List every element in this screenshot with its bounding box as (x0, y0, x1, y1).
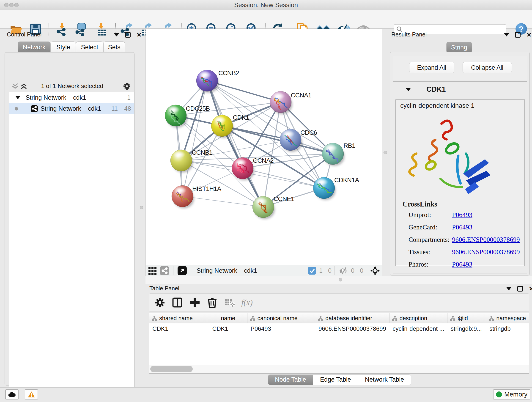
column-header-namespace[interactable]: namespace (486, 313, 529, 323)
show-columns-icon[interactable] (172, 297, 183, 308)
table-cell[interactable]: stringdb:9... (447, 323, 486, 333)
table-cell[interactable]: CDK1 (209, 323, 247, 333)
table-cell[interactable]: CDK1 (149, 323, 209, 333)
protein-structure-image (406, 114, 498, 204)
network-row[interactable]: String Network – cdk1 11 48 (9, 103, 134, 114)
crosslink-label: Uniprot: (409, 211, 452, 219)
table-settings-gear-icon[interactable] (154, 297, 166, 308)
cytoscape-window: Session: New Session ? Control Panel (0, 0, 532, 402)
control-panel-close-icon[interactable]: ✕ (137, 33, 142, 37)
crosslink-value-link[interactable]: P06493 (452, 211, 472, 219)
column-header--id[interactable]: @id (447, 313, 486, 323)
table-cell[interactable]: stringdb (486, 323, 529, 333)
tab-style[interactable]: Style (51, 41, 76, 53)
shared-column-icon (250, 316, 255, 321)
tab-select[interactable]: Select (76, 41, 103, 53)
network-collection-row[interactable]: String Network – cdk1 1 (9, 92, 134, 103)
table-panel-float-icon[interactable] (517, 286, 523, 292)
tab-sets[interactable]: Sets (103, 41, 125, 53)
results-panel-float-icon[interactable] (515, 32, 520, 38)
column-label: database identifier (325, 315, 372, 322)
control-panel-minimize-icon[interactable] (114, 33, 119, 36)
tab-edge-table[interactable]: Edge Table (313, 375, 358, 385)
edge-CCNA2-CDKN1A[interactable] (243, 168, 324, 188)
window-minimize-icon[interactable] (9, 3, 13, 7)
column-header-shared-name[interactable]: shared name (149, 313, 209, 323)
tab-node-table[interactable]: Node Table (268, 375, 313, 385)
birds-eye-view-icon[interactable] (177, 266, 187, 275)
node-CCNA2[interactable] (232, 157, 254, 180)
crosslink-label: Tissues: (409, 248, 452, 256)
window-zoom-icon[interactable] (14, 3, 19, 7)
scrollbar-thumb[interactable] (150, 366, 193, 372)
table-cell[interactable]: 9606.ENSP00000378699 (315, 323, 389, 333)
node-label-CCNB1: CCNB1 (192, 149, 212, 156)
table-cell[interactable]: cyclin-dependent ... (389, 323, 448, 333)
collapse-all-button[interactable]: Collapse All (462, 62, 512, 73)
results-panel: Results Panel ✕ String Expand All Collap… (389, 29, 532, 276)
warning-button[interactable] (25, 389, 38, 400)
delete-column-icon[interactable] (206, 297, 218, 308)
grid-view-icon[interactable] (148, 266, 157, 275)
column-header-database-identifier[interactable]: database identifier (315, 313, 389, 323)
node-CDKN1A[interactable] (313, 177, 336, 200)
horizontal-splitter[interactable] (146, 276, 532, 284)
column-header-canonical-name[interactable]: canonical name (247, 313, 316, 323)
selected-nodes-status: 1 - 0 (319, 267, 331, 274)
memory-status-dot-icon (496, 391, 502, 397)
left-splitter-handle[interactable] (140, 206, 143, 209)
results-panel-minimize-icon[interactable] (504, 33, 509, 36)
tab-network[interactable]: Network (18, 41, 51, 53)
cloud-button[interactable] (5, 389, 19, 400)
table-panel-close-icon[interactable]: ✕ (529, 287, 532, 291)
right-splitter-handle[interactable] (384, 151, 387, 154)
node-CCNE1[interactable] (253, 196, 275, 219)
collapse-all-icon[interactable] (11, 82, 19, 90)
crosslink-value-link[interactable]: 9606.ENSP00000378699 (452, 248, 520, 256)
crosslink-value-link[interactable]: P06493 (452, 223, 472, 231)
table-panel-minimize-icon[interactable] (506, 287, 511, 290)
expand-all-icon[interactable] (20, 82, 28, 90)
column-header-description[interactable]: description (389, 313, 448, 323)
node-CDC25B[interactable] (165, 105, 187, 128)
table-panel: Table Panel ✕ f(x) shared namenamecanoni… (146, 284, 532, 387)
crosslink-value-link[interactable]: 9606.ENSP00000378699 (452, 236, 520, 243)
expand-all-button[interactable]: Expand All (409, 62, 454, 73)
crosslink-value-link[interactable]: P06493 (452, 261, 472, 268)
network-view[interactable]: CCNB2CCNA1CDC25BCDK1CDC6RB1CCNB1CCNA2CDK… (146, 29, 382, 276)
network-view-icon[interactable] (160, 266, 169, 275)
table-row[interactable]: CDK1CDK1P064939606.ENSP00000378699cyclin… (149, 323, 529, 333)
horizontal-splitter-handle[interactable] (339, 278, 342, 281)
memory-button[interactable]: Memory (493, 389, 530, 400)
node-CDK1[interactable] (211, 115, 234, 138)
edge-CCNB2-HIST1H1A[interactable] (182, 81, 207, 196)
fit-content-icon[interactable] (370, 266, 380, 275)
tab-network-table[interactable]: Network Table (358, 375, 411, 385)
selected-nodes-checkbox-icon[interactable] (308, 267, 316, 274)
tab-string[interactable]: String (446, 42, 472, 53)
network-canvas[interactable]: CCNB2CCNA1CDC25BCDK1CDC6RB1CCNB1CCNA2CDK… (146, 29, 382, 264)
control-panel-float-icon[interactable] (125, 32, 131, 38)
add-column-icon[interactable] (189, 297, 201, 308)
node-RB1[interactable] (322, 143, 345, 166)
column-label: shared name (159, 315, 193, 322)
hidden-elements-icon[interactable] (339, 266, 348, 275)
table-cell[interactable]: P06493 (247, 323, 316, 333)
results-panel-close-icon[interactable]: ✕ (526, 33, 532, 37)
gene-section-expander-icon[interactable] (406, 88, 411, 91)
network-tree: String Network – cdk1 1 String Network –… (9, 92, 134, 402)
network-tab-content: 1 of 1 Network selected String Network –… (5, 52, 134, 385)
node-HIST1H1A[interactable] (172, 185, 194, 208)
horizontal-scrollbar[interactable] (149, 365, 529, 373)
edge-HIST1H1A-CCNE1[interactable] (182, 196, 263, 207)
column-header-name[interactable]: name (209, 313, 247, 323)
gear-icon[interactable] (123, 82, 131, 90)
node-CCNA1[interactable] (270, 91, 292, 114)
crosslink-row: Pharos:P06493 (409, 261, 524, 268)
window-close-icon[interactable] (4, 3, 8, 7)
function-builder-icon[interactable]: f(x) (241, 298, 253, 307)
node-CDC6[interactable] (280, 129, 302, 152)
gene-section: CDK1 cyclin-dependent kinase 1 (393, 81, 527, 274)
delete-table-icon[interactable] (224, 297, 235, 308)
collection-expander-icon[interactable] (16, 96, 20, 99)
